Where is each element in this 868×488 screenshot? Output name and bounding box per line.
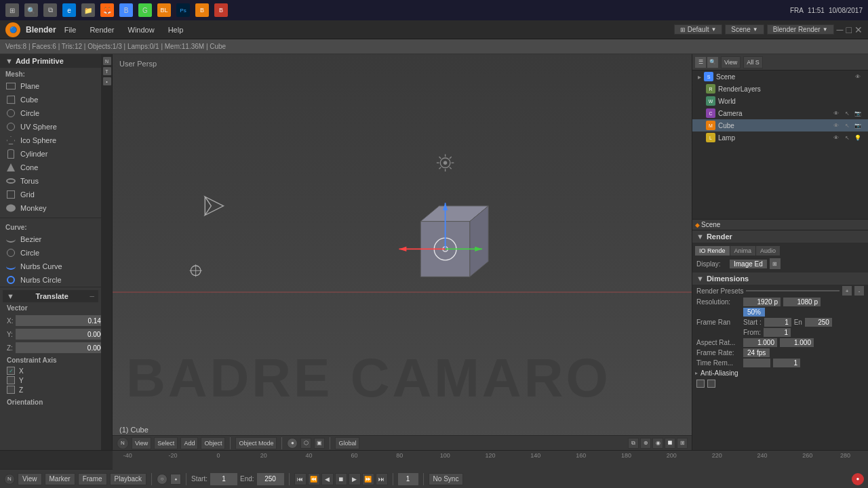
outliner-icon[interactable]: ☰ [695,57,706,68]
blender-taskbar-icon[interactable]: BL [157,3,171,17]
camera-sel-btn[interactable]: ↖ [842,108,852,118]
frame-end-input[interactable] [805,318,832,327]
app2-icon[interactable]: G [138,3,152,17]
search-icon[interactable]: 🔍 [24,3,38,17]
res-percent-value[interactable]: 50% [743,308,765,317]
task-view-icon[interactable]: ⧉ [43,3,57,17]
cube-render-btn[interactable]: 📷 [853,121,863,130]
minimize-button[interactable]: ─ [837,24,844,35]
jump-start-btn[interactable]: ⏮ [294,473,307,485]
viewport-icon-4[interactable]: 🔲 [665,438,675,449]
edge-icon[interactable]: e [62,3,76,17]
object-button[interactable]: Object [201,437,225,449]
render-tab-audio[interactable]: Audio [756,246,780,256]
shading-wire-btn[interactable]: ⬡ [300,438,311,449]
close-button[interactable]: ✕ [854,24,863,35]
blender2-icon[interactable]: B [195,3,209,17]
render-tab-io[interactable]: IO Rende [695,246,730,256]
bottom-view-btn[interactable]: View [18,473,42,485]
shading-tex-btn[interactable]: ▣ [314,438,325,449]
app1-icon[interactable]: B [119,3,133,17]
record-btn[interactable]: ● [852,473,864,485]
constraint-y-checkbox[interactable] [7,376,15,384]
bottom-frame-btn[interactable]: Frame [78,473,107,485]
step-back-btn[interactable]: ⏪ [308,473,320,485]
outliner-world[interactable]: W World [692,95,868,107]
camera-render-btn[interactable]: 📷 [853,108,863,118]
mesh-item-plane[interactable]: Plane [0,79,101,93]
view-button[interactable]: View [132,437,151,449]
mesh-item-uvsphere[interactable]: UV Sphere [0,120,101,134]
presets-del-icon[interactable]: - [854,286,864,296]
outliner-scene-vis[interactable]: 👁 [853,72,863,81]
aspect-y-input[interactable] [780,338,814,347]
constraint-z-checkbox[interactable] [7,386,15,394]
aspect-x-input[interactable] [743,338,777,347]
bottom-playback-btn[interactable]: Playback [110,473,147,485]
viewport-icon-5[interactable]: ⊞ [677,438,688,449]
mesh-item-icosphere[interactable]: Ico Sphere [0,134,101,147]
mesh-item-circle[interactable]: Circle [0,106,101,120]
bottom-marker-btn[interactable]: Marker [45,473,75,485]
vector-z-input[interactable] [16,342,102,353]
end-frame-input[interactable] [257,473,284,485]
curve-item-nurbscircle[interactable]: Nurbs Circle [0,273,101,287]
cube-sel-btn[interactable]: ↖ [842,121,852,130]
mesh-item-monkey[interactable]: Monkey [0,201,101,215]
outliner-search-icon[interactable]: 🔍 [707,57,718,68]
global-button[interactable]: Global [335,437,359,449]
display-value[interactable]: Image Ed [730,260,767,268]
constraint-x-checkbox[interactable] [7,367,15,375]
aa-checkbox-1[interactable] [696,380,705,388]
side-tool-2[interactable]: T [103,67,111,75]
windows-icon[interactable]: ⊞ [5,3,19,17]
outliner-renderlayers[interactable]: R RenderLayers [692,83,868,95]
firefox-icon[interactable]: 🦊 [100,3,114,17]
menu-help[interactable]: Help [165,24,186,35]
outliner-cube[interactable]: M Cube 👁 ↖ 📷 [692,119,868,131]
viewport[interactable]: BADRE CAMARO [113,54,692,450]
curve-item-circle[interactable]: Circle [0,246,101,260]
stop-btn[interactable]: ⏹ [335,473,347,485]
frame-start-input[interactable] [764,318,791,327]
res-x-input[interactable] [743,298,781,306]
scene-selector[interactable]: Scene ▼ [725,24,764,35]
workspace-selector[interactable]: ⊞ Default ▼ [674,24,723,35]
play-back-btn[interactable]: ◀ [321,473,334,485]
viewport-icon-3[interactable]: ◉ [652,438,663,449]
start-frame-input[interactable] [210,473,237,485]
timeline-clock-icon[interactable]: ○ [157,474,167,485]
outliner-camera[interactable]: C Camera 👁 ↖ 📷 [692,107,868,119]
menu-render[interactable]: Render [87,24,117,35]
ps-icon[interactable]: Ps [176,3,190,17]
side-tool-3[interactable]: • [103,77,111,85]
vector-x-input[interactable] [16,315,102,326]
shading-solid-btn[interactable]: ● [287,438,298,449]
res-y-input[interactable] [783,298,821,306]
lamp-sel-btn[interactable]: ↖ [842,133,852,142]
mesh-item-torus[interactable]: Torus [0,174,101,188]
side-tool-1[interactable]: N [103,57,111,65]
vector-y-input[interactable] [16,329,102,340]
add-button[interactable]: Add [180,437,198,449]
display-icon[interactable]: ⊞ [770,258,781,269]
mesh-item-cone[interactable]: Cone [0,161,101,174]
jump-end-btn[interactable]: ⏭ [376,473,388,485]
timeline-key-icon[interactable]: ⬥ [170,474,181,485]
menu-window[interactable]: Window [125,24,157,35]
aa-checkbox-2[interactable] [707,380,715,388]
no-sync-btn[interactable]: No Sync [429,473,464,485]
object-mode-button[interactable]: Object Mode [235,437,277,449]
lamp-render-btn[interactable]: 💡 [853,133,863,142]
maximize-button[interactable]: □ [846,24,852,35]
presets-add-icon[interactable]: + [842,286,852,296]
all-scenes-tab[interactable]: All S [743,56,763,68]
time-remap-x[interactable] [743,359,770,367]
render-presets-value[interactable] [746,290,840,291]
frame-from-input[interactable] [764,328,791,337]
frame-rate-value[interactable]: 24 fps [743,348,770,357]
mesh-item-cube[interactable]: Cube [0,93,101,106]
mesh-item-cylinder[interactable]: Cylinder [0,147,101,161]
viewport-icon-1[interactable]: ⧉ [628,438,639,449]
engine-selector[interactable]: Blender Render ▼ [767,24,834,35]
